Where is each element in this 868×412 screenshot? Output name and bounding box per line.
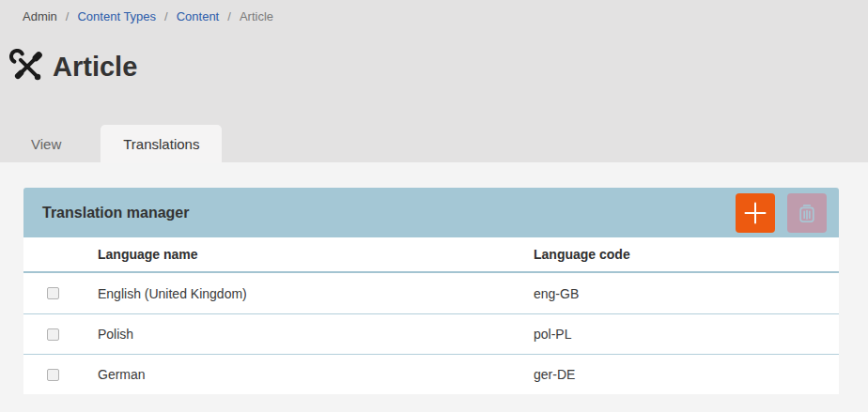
language-code-cell: ger-DE [534, 367, 839, 382]
panel-header: Translation manager [23, 188, 839, 237]
breadcrumb-item-admin: Admin [23, 9, 57, 23]
breadcrumb-link-content[interactable]: Content [177, 9, 220, 23]
add-translation-button[interactable] [736, 193, 775, 233]
breadcrumb-separator: / [66, 9, 70, 23]
page-title: Article [53, 49, 137, 84]
breadcrumb-separator: / [227, 9, 231, 23]
translations-table: Language name Language code English (Uni… [23, 237, 839, 394]
panel-actions [736, 193, 827, 233]
tools-icon [9, 49, 45, 84]
table-header-row: Language name Language code [23, 237, 839, 273]
breadcrumb: Admin / Content Types / Content / Articl… [23, 9, 273, 23]
breadcrumb-item-article: Article [240, 9, 273, 23]
translation-manager-panel: Translation manager [23, 188, 839, 394]
delete-translation-button[interactable] [787, 193, 827, 233]
row-checkbox-ger-de[interactable] [47, 369, 59, 381]
column-header-language-name: Language name [98, 247, 534, 262]
tab-translations[interactable]: Translations [101, 125, 222, 163]
table-row: English (United Kingdom) eng-GB [23, 273, 839, 313]
page-title-row: Article [9, 49, 137, 84]
tab-translations-label: Translations [123, 136, 199, 152]
tab-view[interactable]: View [8, 125, 84, 163]
breadcrumb-link-content-types[interactable]: Content Types [77, 9, 156, 23]
breadcrumb-separator: / [164, 9, 168, 23]
language-name-cell: German [98, 367, 534, 382]
language-name-cell: Polish [98, 327, 534, 342]
tab-view-label: View [31, 136, 61, 152]
language-code-cell: pol-PL [534, 327, 839, 342]
table-row: German ger-DE [23, 354, 839, 394]
row-checkbox-pol-pl[interactable] [47, 328, 59, 341]
trash-icon [795, 201, 819, 225]
plus-icon [744, 202, 767, 224]
column-header-language-code: Language code [534, 247, 839, 262]
language-code-cell: eng-GB [534, 286, 839, 301]
language-name-cell: English (United Kingdom) [98, 286, 534, 301]
table-row: Polish pol-PL [23, 313, 839, 354]
row-checkbox-eng-gb[interactable] [47, 287, 59, 299]
tab-bar: View Translations [0, 125, 222, 163]
panel-title: Translation manager [42, 205, 190, 221]
